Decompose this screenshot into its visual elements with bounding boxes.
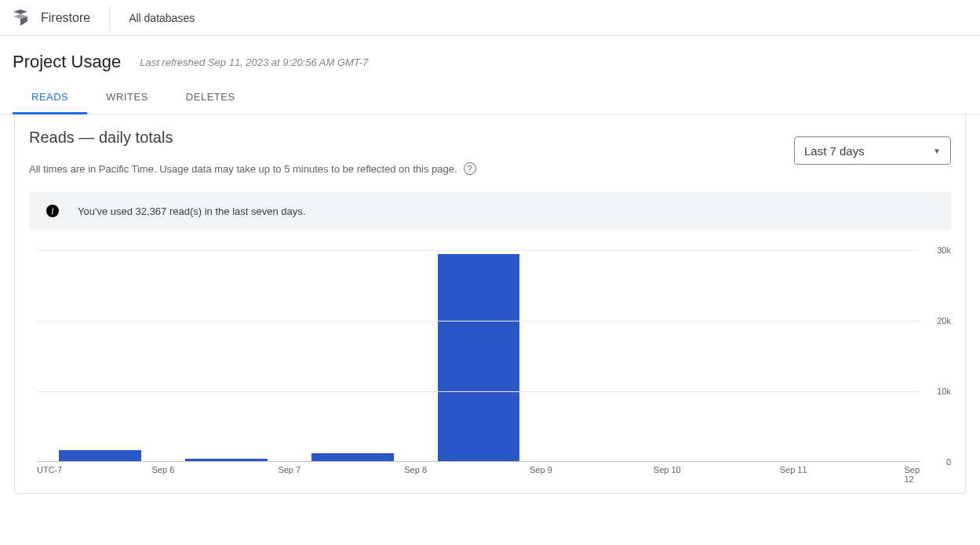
tab-deletes[interactable]: DELETES (167, 82, 254, 114)
firestore-logo-icon (11, 9, 30, 27)
chart-title: Reads — daily totals (29, 129, 476, 147)
time-range-select[interactable]: Last 7 days ▼ (794, 136, 951, 165)
x-tick-label: Sep 11 (780, 465, 807, 474)
heading-row: Project Usage Last refreshed Sep 11, 202… (0, 36, 980, 82)
gridline (37, 321, 920, 322)
info-banner: i You've used 32,367 read(s) in the last… (29, 192, 951, 230)
usage-card: Reads — daily totals All times are in Pa… (14, 114, 966, 494)
bar-sep-7[interactable] (311, 453, 394, 461)
gridline (37, 391, 920, 392)
x-tick-label: Sep 8 (404, 465, 427, 474)
reads-bar-chart: UTC-7Sep 6Sep 7Sep 8Sep 9Sep 10Sep 11Sep… (29, 250, 951, 479)
bar-sep-5[interactable] (59, 450, 141, 461)
x-tick-label: Sep 6 (152, 465, 175, 474)
y-tick-label: 30k (937, 245, 951, 255)
bar-sep-8[interactable] (438, 254, 520, 461)
x-tick-label: Sep 9 (530, 465, 552, 474)
page-title: Project Usage (13, 52, 121, 72)
card-header: Reads — daily totals All times are in Pa… (29, 129, 951, 175)
app-name: Firestore (41, 11, 90, 25)
subnote-row: All times are in Pacific Time. Usage dat… (29, 162, 476, 175)
x-tick-label: Sep 7 (278, 465, 301, 474)
time-range-label: Last 7 days (804, 144, 865, 158)
y-tick-label: 10k (937, 387, 951, 396)
topbar: Firestore All databases (0, 0, 980, 36)
last-refreshed: Last refreshed Sep 11, 2023 at 9:20:56 A… (140, 56, 368, 68)
tab-writes[interactable]: WRITES (87, 82, 167, 114)
y-tick-label: 20k (937, 316, 951, 325)
x-tick-label: Sep 12 (904, 465, 920, 484)
divider (109, 6, 110, 30)
help-icon[interactable]: ? (464, 162, 476, 175)
x-tick-label: UTC-7 (37, 465, 62, 474)
x-tick-label: Sep 10 (654, 465, 681, 474)
info-banner-text: You've used 32,367 read(s) in the last s… (78, 205, 305, 217)
y-tick-label: 0 (946, 457, 951, 467)
tab-reads[interactable]: READS (13, 82, 87, 114)
chevron-down-icon: ▼ (933, 147, 941, 155)
bar-sep-6[interactable] (185, 459, 268, 461)
subnote: All times are in Pacific Time. Usage dat… (29, 163, 457, 175)
database-selector[interactable]: All databases (129, 12, 195, 24)
gridline (37, 250, 920, 251)
info-icon: i (46, 205, 59, 217)
tabs: READSWRITESDELETES (0, 82, 980, 114)
